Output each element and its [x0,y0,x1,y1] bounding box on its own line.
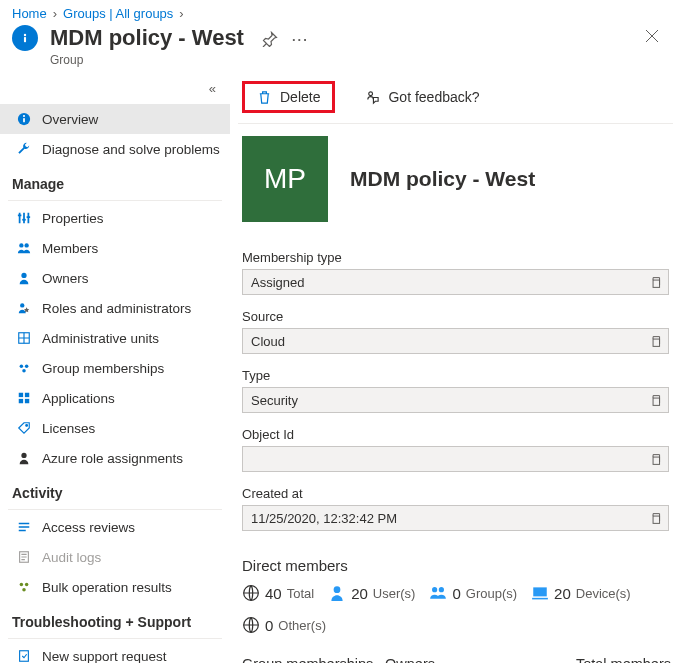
sidebar-item-label: Diagnose and solve problems [42,142,220,157]
svg-rect-21 [19,399,23,403]
membership-type-input[interactable] [242,269,669,295]
sidebar-item-members[interactable]: Members [0,233,230,263]
sidebar-item-access-reviews[interactable]: Access reviews [0,512,230,542]
col-owners: Owners [385,656,528,663]
sidebar-item-applications[interactable]: Applications [0,383,230,413]
svg-rect-10 [27,216,31,218]
collapse-sidebar-button[interactable]: « [0,75,230,104]
chevron-right-icon: › [179,6,183,21]
feedback-icon [365,90,380,105]
col-group-memberships: Group memberships [242,656,385,663]
roles-icon [16,300,32,316]
field-membership-type: Membership type [242,250,669,295]
field-object-id: Object Id [242,427,669,472]
svg-point-13 [21,273,26,278]
direct-members-stats: 40 Total 20 User(s) 0 Group(s) 20 Device… [242,584,669,634]
more-icon[interactable]: ··· [292,32,309,47]
sidebar-item-owners[interactable]: Owners [0,263,230,293]
crumb-groups[interactable]: Groups | All groups [63,6,173,21]
sidebar-item-group-memberships[interactable]: Group memberships [0,353,230,383]
support-icon [16,648,32,663]
svg-rect-29 [20,651,29,662]
info-icon [16,111,32,127]
svg-rect-20 [25,393,29,397]
access-reviews-icon [16,519,32,535]
sidebar-item-label: Properties [42,211,104,226]
sidebar-item-label: Administrative units [42,331,159,346]
svg-point-18 [22,369,26,373]
object-id-input[interactable] [242,446,669,472]
field-label: Source [242,309,669,324]
svg-point-11 [19,243,23,247]
globe-icon [242,616,260,634]
sidebar-item-diagnose[interactable]: Diagnose and solve problems [0,134,230,164]
admin-units-icon [16,330,32,346]
feedback-label: Got feedback? [388,89,479,105]
sidebar-item-label: Members [42,241,98,256]
stat-label: Group(s) [466,586,517,601]
stat-devices[interactable]: 20 Device(s) [531,584,631,602]
delete-button[interactable]: Delete [242,81,335,113]
close-button[interactable] [637,25,667,47]
crumb-home[interactable]: Home [12,6,47,21]
svg-point-37 [334,586,341,593]
copy-button[interactable] [642,388,668,412]
svg-rect-5 [19,213,21,224]
direct-members-title: Direct members [242,557,669,574]
command-bar: Delete Got feedback? [238,75,673,124]
copy-button[interactable] [642,329,668,353]
copy-button[interactable] [642,506,668,530]
sidebar-item-roles[interactable]: Roles and administrators [0,293,230,323]
sidebar-item-properties[interactable]: Properties [0,203,230,233]
info-icon [12,25,38,51]
stat-total[interactable]: 40 Total [242,584,314,602]
sidebar-item-overview[interactable]: Overview [0,104,230,134]
breadcrumb: Home › Groups | All groups › [0,0,681,23]
pin-icon[interactable] [262,31,278,47]
owners-icon [16,270,32,286]
stat-others[interactable]: 0 Other(s) [242,616,326,634]
svg-rect-9 [22,219,26,221]
sidebar-item-admin-units[interactable]: Administrative units [0,323,230,353]
trash-icon [257,90,272,105]
svg-point-17 [25,365,29,369]
feedback-button[interactable]: Got feedback? [353,84,491,110]
stat-count: 0 [265,617,273,634]
stat-groups[interactable]: 0 Group(s) [429,584,517,602]
svg-point-27 [25,583,29,587]
copy-button[interactable] [642,447,668,471]
stat-users[interactable]: 20 User(s) [328,584,415,602]
sidebar-item-label: Group memberships [42,361,164,376]
sidebar-item-label: Roles and administrators [42,301,191,316]
sidebar-item-label: Licenses [42,421,95,436]
licenses-icon [16,420,32,436]
source-input[interactable] [242,328,669,354]
sidebar-item-label: Applications [42,391,115,406]
svg-point-0 [24,34,26,36]
svg-rect-19 [19,393,23,397]
page-subtitle: Group [50,53,244,67]
bulk-results-icon [16,579,32,595]
created-at-input[interactable] [242,505,669,531]
sidebar-item-azure-roles[interactable]: Azure role assignments [0,443,230,473]
sidebar-item-bulk-results[interactable]: Bulk operation results [0,572,230,602]
type-input[interactable] [242,387,669,413]
sidebar-header-manage: Manage [0,164,230,198]
sidebar: « Overview Diagnose and solve problems M… [0,75,230,663]
copy-button[interactable] [642,270,668,294]
svg-point-24 [21,453,26,458]
stat-label: Device(s) [576,586,631,601]
svg-rect-6 [23,213,25,224]
svg-rect-31 [653,280,660,287]
stat-count: 20 [554,585,571,602]
sidebar-item-audit-logs: Audit logs [0,542,230,572]
field-type: Type [242,368,669,413]
sidebar-item-label: Overview [42,112,98,127]
sidebar-item-new-support[interactable]: New support request [0,641,230,663]
members-icon [16,240,32,256]
field-label: Type [242,368,669,383]
sidebar-item-licenses[interactable]: Licenses [0,413,230,443]
sidebar-item-label: Access reviews [42,520,135,535]
page-header: MDM policy - West Group ··· [0,23,681,75]
svg-rect-34 [653,457,660,464]
